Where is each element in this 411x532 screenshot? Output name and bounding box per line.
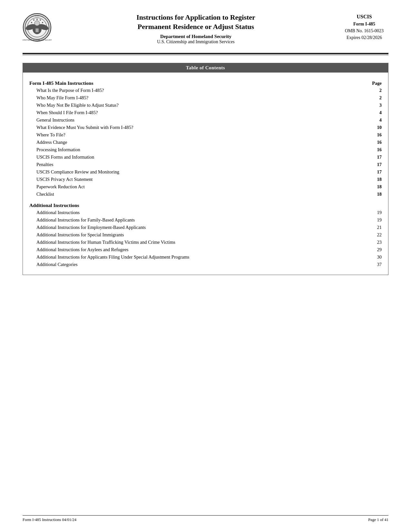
page-title: Instructions for Application to Register… [58, 13, 334, 31]
form-number: Form I-485 [340, 21, 388, 27]
page-footer: Form I-485 Instructions 04/01/24 Page 1 … [23, 515, 388, 522]
toc-item-page: 10 [372, 125, 382, 130]
toc-item-page: 17 [372, 154, 382, 160]
expiry-date: Expires 02/28/2026 [340, 34, 388, 41]
toc-item-label: What Is the Purpose of Form I-485? [36, 88, 372, 93]
toc-row: What Evidence Must You Submit with Form … [29, 124, 382, 131]
toc-item-label: Additional Instructions for Special Immi… [36, 232, 124, 238]
toc-item-label: Additional Instructions for Employment-B… [36, 225, 146, 230]
toc-row: Address Change16 [29, 139, 382, 146]
toc-item-label: Additional Categories [36, 262, 78, 267]
toc-row: Paperwork Reduction Act18 [29, 183, 382, 191]
toc-item-label: Processing Information [36, 147, 372, 153]
toc-item-label: Additional Instructions for Human Traffi… [36, 240, 175, 245]
toc-item-label: Checklist [36, 192, 372, 197]
toc-row: Additional Instructions for Applicants F… [29, 253, 382, 261]
toc-item-page: 17 [372, 169, 382, 175]
divider-thick [23, 53, 388, 54]
agency-name: Department of Homeland Security [58, 34, 334, 39]
toc-row: Additional Instructions for Human Traffi… [29, 239, 382, 246]
toc-row: Processing Information16 [29, 146, 382, 153]
toc-row: Additional Instructions for Special Immi… [29, 231, 382, 239]
toc-item-label: USCIS Forms and Information [36, 154, 372, 160]
toc-item-label: Additional Instructions for Applicants F… [36, 254, 189, 260]
agency-sub: U.S. Citizenship and Immigration Service… [58, 39, 334, 44]
svg-point-8 [36, 19, 38, 20]
toc-item-label: Address Change [36, 140, 372, 145]
toc-item-page: 16 [372, 140, 382, 145]
svg-text:U.S.A.: U.S.A. [35, 15, 39, 17]
dhs-seal: DEPARTMENT OF HOMELAND SECURITY U.S.A. [23, 13, 52, 42]
toc-item-label: USCIS Privacy Act Statement [36, 177, 372, 182]
toc-title: Table of Contents [23, 63, 388, 73]
toc-container: Table of Contents Form I-485 Main Instru… [23, 63, 388, 275]
toc-row: Additional Categories37 [29, 261, 382, 268]
toc-item-label: Additional Instructions for Asylees and … [36, 247, 129, 252]
toc-item-page: 2 [372, 88, 382, 93]
toc-item-page: 18 [372, 192, 382, 197]
toc-row: USCIS Compliance Review and Monitoring17 [29, 168, 382, 176]
toc-item-page: 4 [372, 110, 382, 115]
header-center: Instructions for Application to Register… [52, 13, 340, 44]
toc-item-label: Penalties [36, 162, 372, 167]
toc-item-page: 19 [377, 217, 382, 223]
toc-row: Additional Instructions for Asylees and … [29, 246, 382, 253]
title-line2: Permanent Residence or Adjust Status [138, 23, 254, 31]
toc-row: Additional Instructions19 [29, 209, 382, 216]
toc-row: USCIS Privacy Act Statement18 [29, 176, 382, 183]
toc-row: Who May Not Be Eligible to Adjust Status… [29, 102, 382, 109]
toc-item-page: 17 [372, 162, 382, 167]
toc-item-label: Paperwork Reduction Act [36, 184, 372, 190]
toc-item-label: When Should I File Form I-485? [36, 110, 372, 115]
header-right-info: USCIS Form I-485 OMB No. 1615-0023 Expir… [340, 13, 388, 41]
toc-item-page: 4 [372, 117, 382, 123]
toc-item-page: 2 [372, 95, 382, 101]
toc-row: Who May File Form I-485?2 [29, 94, 382, 102]
title-line1: Instructions for Application to Register [136, 13, 255, 21]
toc-item-label: Who May File Form I-485? [36, 95, 372, 101]
toc-item-label: Who May Not Be Eligible to Adjust Status… [36, 103, 372, 108]
toc-item-page: 3 [372, 103, 382, 108]
toc-item-label: USCIS Compliance Review and Monitoring [36, 169, 372, 175]
uscis-label: USCIS [340, 13, 388, 21]
svg-point-10 [42, 22, 43, 23]
toc-row: General Instructions4 [29, 116, 382, 124]
toc-row: Penalties17 [29, 161, 382, 168]
divider-thin [23, 55, 388, 55]
svg-rect-7 [35, 28, 39, 32]
toc-section1-items: What Is the Purpose of Form I-485?2Who M… [29, 87, 382, 198]
section2-heading: Additional Instructions [29, 202, 382, 208]
toc-item-page: 16 [372, 132, 382, 138]
footer-right: Page 1 of 41 [368, 517, 388, 522]
svg-point-11 [33, 19, 34, 21]
toc-row: When Should I File Form I-485?4 [29, 109, 382, 116]
toc-item-page: 23 [377, 240, 382, 245]
toc-row: Additional Instructions for Family-Based… [29, 216, 382, 224]
toc-item-page: 37 [377, 262, 382, 267]
toc-row: Where To File?16 [29, 131, 382, 139]
toc-row: What Is the Purpose of Form I-485?2 [29, 87, 382, 94]
toc-item-page: 29 [377, 247, 382, 252]
omb-number: OMB No. 1615-0023 [340, 27, 388, 34]
toc-item-page: 22 [377, 232, 382, 238]
svg-text:DEPARTMENT OF HOMELAND SECURIT: DEPARTMENT OF HOMELAND SECURITY [23, 39, 52, 41]
toc-item-label: Additional Instructions [36, 210, 80, 215]
toc-item-page: 18 [372, 177, 382, 182]
toc-item-page: 21 [377, 225, 382, 230]
toc-item-label: What Evidence Must You Submit with Form … [36, 125, 372, 130]
toc-row: Additional Instructions for Employment-B… [29, 224, 382, 231]
toc-row: USCIS Forms and Information17 [29, 153, 382, 161]
toc-section2-items: Additional Instructions19Additional Inst… [29, 209, 382, 268]
toc-item-page: 19 [377, 210, 382, 215]
toc-item-label: General Instructions [36, 117, 372, 123]
page-col-label: Page [372, 81, 382, 86]
toc-row: Checklist18 [29, 191, 382, 198]
toc-item-page: 30 [377, 254, 382, 260]
footer-left: Form I-485 Instructions 04/01/24 [23, 517, 76, 522]
section1-heading: Form I-485 Main Instructions [29, 80, 93, 86]
toc-item-page: 18 [372, 184, 382, 190]
page-header: DEPARTMENT OF HOMELAND SECURITY U.S.A. I… [23, 13, 388, 44]
svg-point-12 [31, 22, 32, 23]
toc-body: Form I-485 Main Instructions Page What I… [23, 73, 388, 275]
toc-item-label: Additional Instructions for Family-Based… [36, 217, 135, 223]
